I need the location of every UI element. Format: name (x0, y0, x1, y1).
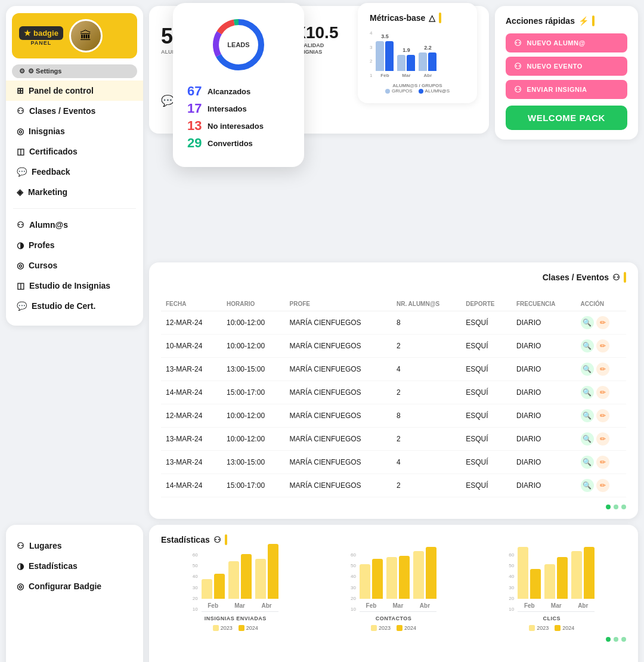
insignias-chart-title: INSIGNIAS ENVIADAS (205, 615, 267, 621)
sidebar-item-lugares[interactable]: ⚇ Lugares (6, 536, 143, 556)
view-action-icon[interactable]: 🔍 (581, 339, 594, 352)
stats-dot-2[interactable] (614, 637, 618, 642)
view-action-icon[interactable]: 🔍 (581, 316, 594, 329)
sidebar-item-marketing[interactable]: ◈ Marketing (6, 182, 143, 202)
cell-deporte: ESQUÍ (461, 311, 512, 335)
sidebar-top: ★ badgie PANEL 🏛 ⚙ ⚙ Settings ⊞ Panel de… (6, 6, 143, 326)
estadisticas-icon: ◑ (17, 561, 24, 571)
profes-icon: ◑ (17, 240, 24, 250)
sidebar-item-feedback[interactable]: 💬 Feedback (6, 162, 143, 182)
ins-legend-2023: 2023 (213, 625, 233, 631)
view-action-icon[interactable]: 🔍 (581, 479, 594, 492)
metricas-abr-value: 2.2 (424, 45, 432, 51)
ins-legend-2023-square (213, 625, 219, 631)
cell-fecha: 13-MAR-24 (161, 358, 222, 381)
edit-action-icon[interactable]: ✏ (596, 363, 609, 376)
estudio-insignias-icon: ◫ (17, 281, 24, 290)
view-action-icon[interactable]: 🔍 (581, 409, 594, 422)
metricas-abr-bar1 (419, 52, 427, 71)
ins-feb-label: Feb (208, 602, 218, 609)
edit-action-icon[interactable]: ✏ (596, 479, 609, 492)
feedback-profes-icon: 💬 (161, 94, 174, 107)
pagination-dot-2[interactable] (614, 505, 618, 509)
sidebar-item-clases[interactable]: ⚇ Clases / Eventos (6, 101, 143, 121)
panel-icon: ⊞ (17, 86, 24, 95)
metricas-bar-mar: 1.9 Mar (397, 47, 415, 78)
edit-action-icon[interactable]: ✏ (596, 339, 609, 352)
table-card-title: Clases / Eventos ⚇ (543, 272, 626, 283)
nuevo-evento-button[interactable]: ⚇ NUEVO EVENTO (506, 57, 627, 76)
clics-bars: Feb Mar (518, 552, 595, 612)
chart-clics: 60 50 40 30 20 10 (478, 552, 626, 631)
sidebar-item-configurar[interactable]: ◎ Configurar Badgie (6, 576, 143, 596)
acciones-title-text: Acciones rápidas (506, 16, 575, 26)
pagination-dot-3[interactable] (621, 505, 626, 509)
stats-dot-3[interactable] (621, 637, 626, 642)
sidebar-item-panel[interactable]: ⊞ Panel de control (6, 81, 143, 101)
pagination-dot-1[interactable] (606, 505, 611, 509)
edit-action-icon[interactable]: ✏ (596, 456, 609, 469)
cont-abr-label: Abr (420, 602, 430, 609)
clic-bar-mar: Mar (544, 557, 568, 609)
cell-accion: 🔍 ✏ (576, 404, 626, 428)
sidebar-item-profes[interactable]: ◑ Profes (6, 235, 143, 255)
settings-button[interactable]: ⚙ ⚙ Settings (12, 64, 137, 78)
metricas-x-label: ALUMN@S / GRUPOS (370, 83, 465, 88)
cell-horario: 10:00-12:00 (222, 311, 285, 335)
estadisticas-card-title: Estadísticas ⚇ (161, 534, 626, 545)
clic-abr-label: Abr (578, 602, 588, 609)
welcome-pack-button[interactable]: WELCOME PACK (506, 106, 627, 130)
sidebar-item-cursos[interactable]: ◎ Cursos (6, 255, 143, 276)
edit-action-icon[interactable]: ✏ (596, 386, 609, 399)
table-title-text: Clases / Eventos (543, 273, 609, 282)
sidebar-item-estudio-insignias[interactable]: ◫ Estudio de Insignias (6, 276, 143, 296)
configurar-icon: ◎ (17, 581, 24, 591)
lugares-icon: ⚇ (17, 541, 24, 550)
cont-mar-bar2 (399, 556, 410, 599)
contactos-legend: 2023 2024 (371, 625, 416, 631)
cert-label: Certificados (29, 147, 78, 156)
enviar-insignia-button[interactable]: ⚇ ENVIAR INSIGNIA (506, 80, 627, 99)
metricas-bar-feb: 3.5 Feb (376, 33, 394, 78)
sidebar-item-alumnos[interactable]: ⚇ Alumn@s (6, 215, 143, 235)
sidebar-item-certificados[interactable]: ◫ Certificados (6, 141, 143, 162)
cell-fecha: 12-MAR-24 (161, 404, 222, 428)
edit-action-icon[interactable]: ✏ (596, 432, 609, 446)
ins-feb-pair (202, 574, 225, 599)
estadisticas-title-text: Estadísticas (161, 535, 210, 545)
leads-convertidos-num: 29 (187, 135, 204, 151)
sidebar-item-estadisticas[interactable]: ◑ Estadísticas (6, 556, 143, 576)
ins-mar-bar1 (228, 561, 239, 599)
sidebar-divider (13, 208, 136, 209)
view-action-icon[interactable]: 🔍 (581, 363, 594, 376)
nuevo-alumno-icon: ⚇ (514, 38, 522, 48)
edit-action-icon[interactable]: ✏ (596, 316, 609, 329)
view-action-icon[interactable]: 🔍 (581, 432, 594, 446)
metricas-y-axis: 4 3 2 1 (370, 30, 373, 78)
edit-action-icon[interactable]: ✏ (596, 409, 609, 422)
app-wrapper: ★ badgie PANEL 🏛 ⚙ ⚙ Settings ⊞ Panel de… (0, 0, 644, 662)
metricas-bar-abr: 2.2 Abr (419, 45, 436, 78)
view-action-icon[interactable]: 🔍 (581, 456, 594, 469)
cont-bar-abr: Abr (413, 547, 436, 609)
cell-accion: 🔍 ✏ (576, 335, 626, 358)
metricas-chart-area: 4 3 2 1 3.5 Feb (370, 30, 465, 82)
sidebar-item-insignias[interactable]: ◎ Inisgnias (6, 121, 143, 141)
cell-fecha: 13-MAR-24 (161, 428, 222, 451)
nav-group-top: ⊞ Panel de control ⚇ Clases / Eventos ◎ … (6, 78, 143, 205)
table-body: 12-MAR-24 10:00-12:00 MARÍA CIENFUEGOS 8… (161, 311, 626, 497)
nuevo-alumno-button[interactable]: ⚇ NUEVO ALUMN@ (506, 33, 627, 52)
table-row: 13-MAR-24 13:00-15:00 MARÍA CIENFUEGOS 4… (161, 358, 626, 381)
cont-abr-bar1 (413, 551, 424, 599)
cell-deporte: ESQUÍ (461, 358, 512, 381)
stats-dot-1[interactable] (606, 637, 611, 642)
cell-frecuencia: DIARIO (512, 381, 576, 404)
app-name: badgie (33, 29, 58, 38)
sidebar-item-estudio-cert[interactable]: 💬 Estudio de Cert. (6, 296, 143, 316)
cell-nr: 2 (392, 474, 461, 497)
contactos-y-axis: 60 50 40 30 20 10 (351, 552, 357, 612)
cell-profe: MARÍA CIENFUEGOS (285, 381, 392, 404)
cell-accion: 🔍 ✏ (576, 381, 626, 404)
contactos-bars: Feb Mar (360, 552, 436, 612)
view-action-icon[interactable]: 🔍 (581, 386, 594, 399)
